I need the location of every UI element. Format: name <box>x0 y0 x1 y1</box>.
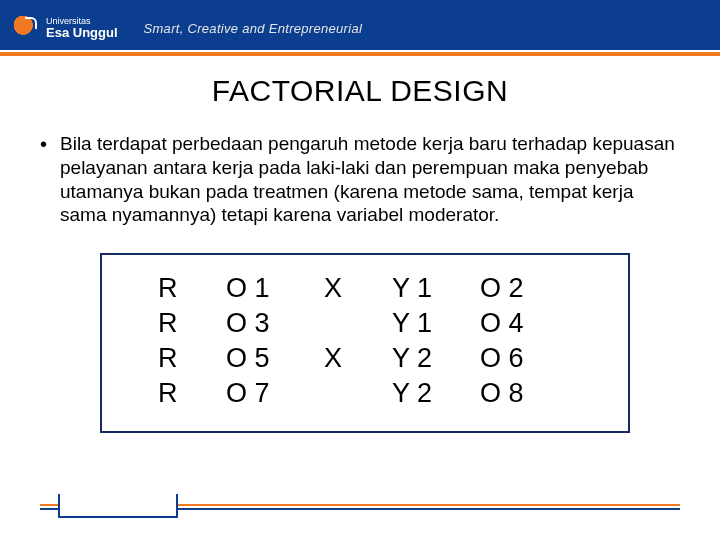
header-divider-orange <box>0 52 720 56</box>
paragraph-text: Bila terdapat perbedaan pengaruh metode … <box>60 132 680 227</box>
cell: O 7 <box>226 378 306 409</box>
cell: O 3 <box>226 308 306 339</box>
cell: Y 1 <box>392 273 462 304</box>
bullet-icon: • <box>40 132 60 227</box>
cell: X <box>324 273 374 304</box>
logo-text: Universitas Esa Unggul <box>46 17 118 39</box>
logo-icon <box>12 14 40 42</box>
cell: R <box>158 308 208 339</box>
cell: R <box>158 343 208 374</box>
cell: O 4 <box>480 308 550 339</box>
cell: O 5 <box>226 343 306 374</box>
cell: R <box>158 378 208 409</box>
slide-title: FACTORIAL DESIGN <box>40 74 680 108</box>
tagline: Smart, Creative and Entrepreneurial <box>144 21 363 36</box>
factorial-design-box: R O 1 X Y 1 O 2 R O 3 Y 1 O 4 R O 5 X Y … <box>100 253 630 433</box>
slide-content: FACTORIAL DESIGN • Bila terdapat perbeda… <box>0 56 720 433</box>
bullet-paragraph: • Bila terdapat perbedaan pengaruh metod… <box>40 132 680 227</box>
cell: Y 2 <box>392 343 462 374</box>
cell: Y 1 <box>392 308 462 339</box>
cell: O 8 <box>480 378 550 409</box>
footer-notch <box>58 494 178 518</box>
cell: X <box>324 343 374 374</box>
cell: O 6 <box>480 343 550 374</box>
cell: R <box>158 273 208 304</box>
cell: O 1 <box>226 273 306 304</box>
cell <box>324 378 374 409</box>
university-name: Esa Unggul <box>46 25 118 40</box>
header-bar: Universitas Esa Unggul Smart, Creative a… <box>0 0 720 56</box>
cell <box>324 308 374 339</box>
university-logo: Universitas Esa Unggul <box>12 14 118 42</box>
cell: Y 2 <box>392 378 462 409</box>
cell: O 2 <box>480 273 550 304</box>
factorial-design-table: R O 1 X Y 1 O 2 R O 3 Y 1 O 4 R O 5 X Y … <box>158 273 608 409</box>
